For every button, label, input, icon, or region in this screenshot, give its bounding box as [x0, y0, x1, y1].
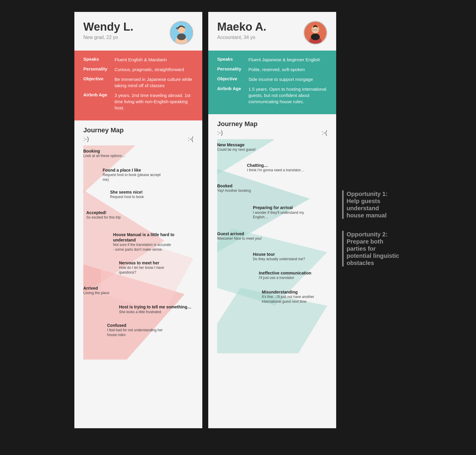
maeko-step-6-note: I'll just use a translator: [259, 276, 318, 280]
maeko-step-3-name: Preparing for arrival: [253, 205, 327, 210]
wendy-speaks-value: Fluent English & Mandarin: [115, 57, 167, 63]
maeko-airbnb-age-row: Airbnb Age 1.5 years. Open to hosting in…: [217, 86, 327, 105]
maeko-info-section: Speaks Fluent Japanese & beginner Englis…: [208, 51, 336, 114]
wendy-journey-area: Booking Look at all these options… Found…: [83, 145, 193, 360]
maeko-header-text: Maeko A. Accountant, 34 yo: [217, 21, 266, 40]
wendy-steps-overlay: Booking Look at all these options… Found…: [83, 145, 193, 338]
wendy-objective-row: Objective Be immersed in Japanese cultur…: [83, 76, 193, 89]
maeko-journey-title: Journey Map: [217, 120, 327, 128]
maeko-step-0-name: New Message: [217, 142, 327, 148]
svg-point-14: [313, 27, 318, 32]
wendy-step-3-name: Accepted!: [86, 210, 193, 215]
wendy-step-0-note: Look at all these options…: [83, 154, 143, 159]
maeko-speaks-row: Speaks Fluent Japanese & beginner Englis…: [217, 57, 327, 63]
wendy-step-1-name: Found a place I like: [103, 167, 193, 173]
wendy-step-2: She seems nice! Request host to book: [110, 189, 193, 200]
maeko-step-4-note: Welcome! Nice to meet you!: [217, 236, 277, 241]
wendy-step-0-name: Booking: [83, 148, 193, 154]
wendy-journey-title: Journey Map: [83, 126, 193, 134]
maeko-step-5: House tour Do they actually understand m…: [253, 252, 327, 262]
opportunity-1: Opportunity 1: Help guests understand ho…: [342, 190, 402, 219]
maeko-step-3-note: I wonder if they'll understand my Englis…: [253, 211, 312, 220]
maeko-step-2-note: Yay! Another booking: [217, 189, 277, 193]
wendy-objective-value: Be immersed in Japanese culture while ta…: [115, 76, 193, 89]
wendy-step-4-name: House Manual is a little hard to underst…: [113, 232, 193, 243]
maeko-subtitle: Accountant, 34 yo: [217, 35, 266, 40]
wendy-sad-icon: :-(: [188, 136, 193, 142]
wendy-step-7-name: Host is trying to tell me something…: [119, 304, 193, 310]
maeko-steps-overlay: New Message Could be my next guest! Chat…: [217, 139, 327, 304]
maeko-avatar: [303, 21, 327, 45]
wendy-step-4-note: Not sure if the translation is accurate …: [113, 243, 173, 252]
wendy-step-5: Nervous to meet her How do I let her kno…: [119, 260, 193, 275]
maeko-step-1: Chatting… I think I'm gonna need a trans…: [247, 163, 327, 173]
maeko-objective-value: Side income to support morgage: [248, 76, 313, 82]
maeko-step-6-name: Ineffective communication: [259, 270, 327, 276]
maeko-step-4-name: Guest arrived: [217, 231, 327, 236]
opportunity-1-title: Opportunity 1: Help guests understand ho…: [347, 190, 402, 219]
wendy-airbnb-age-value: 3 years. 2nd time traveling abroad. 1st …: [115, 92, 193, 111]
wendy-airbnb-age-label: Airbnb Age: [83, 92, 110, 97]
maeko-step-7-name: Misunderstanding: [262, 289, 327, 295]
wendy-avatar: [170, 21, 193, 45]
maeko-objective-label: Objective: [217, 76, 244, 81]
wendy-speaks-label: Speaks: [83, 57, 110, 62]
maeko-step-5-name: House tour: [253, 252, 327, 257]
wendy-personality-value: Curious, pragmatic, straightforward: [115, 66, 184, 73]
maeko-objective-row: Objective Side income to support morgage: [217, 76, 327, 82]
wendy-step-1-note: Request host to book (please accept me): [103, 173, 162, 182]
wendy-info-section: Speaks Fluent English & Mandarin Persona…: [74, 51, 202, 120]
maeko-speaks-label: Speaks: [217, 57, 244, 62]
wendy-column: Wendy L. New grad, 22 yo Speaks: [74, 12, 202, 428]
maeko-airbnb-age-value: 1.5 years. Open to hosting international…: [248, 86, 327, 105]
wendy-smiley-row: :-) :-(: [83, 136, 193, 142]
maeko-step-7-note: It's fine…I'll just not have another int…: [262, 295, 321, 304]
maeko-step-0: New Message Could be my next guest!: [217, 142, 327, 152]
svg-point-3: [177, 34, 186, 40]
main-container: Wendy L. New grad, 22 yo Speaks: [74, 12, 402, 428]
maeko-column: Maeko A. Accountant, 34 yo: [208, 12, 336, 428]
maeko-header: Maeko A. Accountant, 34 yo: [208, 12, 336, 51]
maeko-step-6: Ineffective communication I'll just use …: [259, 270, 327, 280]
wendy-step-6-name: Arrived: [83, 285, 193, 291]
opportunity-2-title: Opportunity 2: Prepare both parties for …: [347, 231, 402, 266]
maeko-step-5-note: Do they actually understand me?: [253, 257, 312, 262]
wendy-step-7: Host is trying to tell me something… She…: [119, 304, 193, 314]
wendy-step-0: Booking Look at all these options…: [83, 148, 193, 159]
maeko-smiley-row: :-) :-(: [217, 129, 327, 136]
maeko-name: Maeko A.: [217, 21, 266, 33]
maeko-step-1-note: I think I'm gonna need a translator…: [247, 168, 306, 173]
wendy-subtitle: New grad, 22 yo: [83, 35, 133, 40]
wendy-personality-row: Personality Curious, pragmatic, straight…: [83, 66, 193, 73]
opportunity-panel: Opportunity 1: Help guests understand ho…: [342, 12, 402, 278]
wendy-step-6-note: Loving the place: [83, 291, 143, 296]
wendy-step-8-name: Confused: [107, 323, 193, 328]
wendy-step-3: Accepted! So excited for this trip: [86, 210, 193, 220]
maeko-airbnb-age-label: Airbnb Age: [217, 86, 244, 91]
maeko-step-7: Misunderstanding It's fine…I'll just not…: [262, 289, 327, 304]
wendy-step-3-note: So excited for this trip: [86, 215, 146, 220]
maeko-personality-value: Polite, reserved, soft-spoken: [248, 66, 305, 73]
maeko-personality-label: Personality: [217, 66, 244, 71]
maeko-step-0-note: Could be my next guest!: [217, 148, 277, 152]
wendy-airbnb-age-row: Airbnb Age 3 years. 2nd time traveling a…: [83, 92, 193, 111]
wendy-step-8: Confused I feel bad for not understandin…: [107, 323, 193, 337]
maeko-step-2-name: Booked: [217, 183, 327, 189]
maeko-journey-section: Journey Map :-) :-( New Message Cou: [208, 114, 336, 359]
svg-point-5: [179, 27, 184, 32]
wendy-step-2-name: She seems nice!: [110, 189, 193, 195]
wendy-step-4: House Manual is a little hard to underst…: [113, 232, 193, 252]
wendy-step-5-name: Nervous to meet her: [119, 260, 193, 266]
maeko-step-2: Booked Yay! Another booking: [217, 183, 327, 193]
wendy-step-1: Found a place I like Request host to boo…: [103, 167, 193, 182]
wendy-personality-label: Personality: [83, 66, 110, 71]
wendy-step-5-note: How do I let her know I have questions?: [119, 266, 178, 275]
wendy-step-7-note: She looks a little frustrated: [119, 310, 178, 315]
wendy-step-2-note: Request host to book: [110, 195, 170, 200]
maeko-step-1-name: Chatting…: [247, 163, 327, 168]
wendy-step-6: Arrived Loving the place: [83, 285, 193, 296]
maeko-sad-icon: :-(: [322, 129, 327, 136]
wendy-objective-label: Objective: [83, 76, 110, 81]
svg-point-13: [311, 34, 320, 40]
wendy-header: Wendy L. New grad, 22 yo: [74, 12, 202, 51]
